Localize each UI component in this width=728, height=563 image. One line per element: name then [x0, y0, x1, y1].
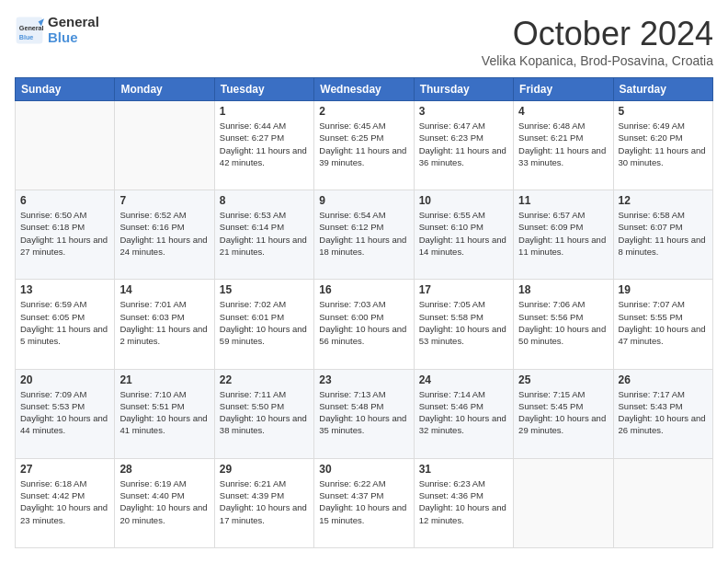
calendar-week-1: 6Sunrise: 6:50 AMSunset: 6:18 PMDaylight… [16, 190, 713, 280]
day-number: 12 [619, 194, 708, 207]
day-number: 3 [419, 105, 508, 118]
day-info: Sunrise: 7:17 AMSunset: 5:43 PMDaylight:… [619, 388, 708, 437]
day-info: Sunrise: 6:53 AMSunset: 6:14 PMDaylight:… [220, 209, 309, 258]
day-info: Sunrise: 7:05 AMSunset: 5:58 PMDaylight:… [419, 298, 508, 347]
calendar-cell: 18Sunrise: 7:06 AMSunset: 5:56 PMDayligh… [514, 280, 613, 369]
day-info: Sunrise: 6:50 AMSunset: 6:18 PMDaylight:… [20, 209, 109, 258]
day-info: Sunrise: 6:47 AMSunset: 6:23 PMDaylight:… [419, 120, 508, 168]
day-number: 19 [619, 283, 708, 296]
day-info: Sunrise: 7:07 AMSunset: 5:55 PMDaylight:… [619, 298, 708, 347]
calendar-cell: 17Sunrise: 7:05 AMSunset: 5:58 PMDayligh… [414, 280, 513, 369]
calendar-cell: 13Sunrise: 6:59 AMSunset: 6:05 PMDayligh… [16, 280, 115, 369]
day-info: Sunrise: 6:18 AMSunset: 4:42 PMDaylight:… [20, 477, 109, 526]
day-number: 9 [319, 194, 408, 207]
day-info: Sunrise: 6:52 AMSunset: 6:16 PMDaylight:… [119, 209, 209, 258]
calendar-cell: 15Sunrise: 7:02 AMSunset: 6:01 PMDayligh… [214, 280, 313, 369]
day-number: 17 [419, 283, 508, 296]
calendar-cell: 16Sunrise: 7:03 AMSunset: 6:00 PMDayligh… [314, 280, 414, 369]
day-info: Sunrise: 7:13 AMSunset: 5:48 PMDaylight:… [319, 388, 408, 437]
header-sunday: Sunday [16, 78, 115, 101]
day-number: 24 [419, 373, 508, 386]
day-number: 21 [119, 373, 209, 386]
day-info: Sunrise: 7:06 AMSunset: 5:56 PMDaylight:… [518, 298, 608, 347]
title-section: October 2024 Velika Kopanica, Brod-Posav… [482, 15, 713, 68]
day-info: Sunrise: 6:23 AMSunset: 4:36 PMDaylight:… [419, 477, 508, 526]
calendar-cell [514, 458, 613, 547]
header-friday: Friday [514, 78, 613, 101]
day-info: Sunrise: 7:02 AMSunset: 6:01 PMDaylight:… [220, 298, 309, 347]
calendar-cell: 24Sunrise: 7:14 AMSunset: 5:46 PMDayligh… [414, 369, 513, 458]
calendar-cell: 9Sunrise: 6:54 AMSunset: 6:12 PMDaylight… [314, 190, 414, 280]
calendar-cell: 8Sunrise: 6:53 AMSunset: 6:14 PMDaylight… [214, 190, 313, 280]
day-info: Sunrise: 7:15 AMSunset: 5:45 PMDaylight:… [518, 388, 608, 437]
calendar-cell: 21Sunrise: 7:10 AMSunset: 5:51 PMDayligh… [115, 369, 214, 458]
day-number: 11 [518, 194, 608, 207]
day-number: 16 [319, 283, 408, 296]
calendar-cell [613, 458, 712, 547]
day-number: 25 [518, 373, 608, 386]
calendar-cell: 6Sunrise: 6:50 AMSunset: 6:18 PMDaylight… [16, 190, 115, 280]
day-number: 22 [220, 373, 309, 386]
calendar-cell: 14Sunrise: 7:01 AMSunset: 6:03 PMDayligh… [115, 280, 214, 369]
page: General Blue General Blue October 2024 V… [0, 0, 728, 563]
header-tuesday: Tuesday [214, 78, 313, 101]
day-info: Sunrise: 7:14 AMSunset: 5:46 PMDaylight:… [419, 388, 508, 437]
header-monday: Monday [115, 78, 214, 101]
day-info: Sunrise: 7:09 AMSunset: 5:53 PMDaylight:… [20, 388, 109, 437]
calendar-cell: 26Sunrise: 7:17 AMSunset: 5:43 PMDayligh… [613, 369, 712, 458]
day-number: 8 [220, 194, 309, 207]
svg-text:General: General [19, 24, 44, 32]
calendar-cell: 30Sunrise: 6:22 AMSunset: 4:37 PMDayligh… [314, 458, 414, 547]
day-info: Sunrise: 6:19 AMSunset: 4:40 PMDaylight:… [119, 477, 209, 526]
day-number: 1 [220, 105, 309, 118]
day-number: 13 [20, 283, 109, 296]
day-number: 10 [419, 194, 508, 207]
day-info: Sunrise: 6:55 AMSunset: 6:10 PMDaylight:… [419, 209, 508, 258]
calendar-cell: 11Sunrise: 6:57 AMSunset: 6:09 PMDayligh… [514, 190, 613, 280]
day-number: 30 [319, 463, 408, 476]
day-number: 5 [619, 105, 708, 118]
calendar-cell: 2Sunrise: 6:45 AMSunset: 6:25 PMDaylight… [314, 101, 414, 190]
day-info: Sunrise: 7:11 AMSunset: 5:50 PMDaylight:… [220, 388, 309, 437]
calendar-cell: 23Sunrise: 7:13 AMSunset: 5:48 PMDayligh… [314, 369, 414, 458]
calendar-week-0: 1Sunrise: 6:44 AMSunset: 6:27 PMDaylight… [16, 101, 713, 190]
day-info: Sunrise: 6:45 AMSunset: 6:25 PMDaylight:… [319, 120, 408, 168]
month-title: October 2024 [482, 15, 713, 53]
calendar-cell [16, 101, 115, 190]
day-number: 27 [20, 463, 109, 476]
header: General Blue General Blue October 2024 V… [15, 15, 713, 68]
day-number: 29 [220, 463, 309, 476]
day-number: 4 [518, 105, 608, 118]
header-saturday: Saturday [613, 78, 712, 101]
day-info: Sunrise: 6:22 AMSunset: 4:37 PMDaylight:… [319, 477, 408, 526]
calendar-cell: 22Sunrise: 7:11 AMSunset: 5:50 PMDayligh… [214, 369, 313, 458]
location: Velika Kopanica, Brod-Posavina, Croatia [482, 53, 713, 68]
calendar-cell: 20Sunrise: 7:09 AMSunset: 5:53 PMDayligh… [16, 369, 115, 458]
day-number: 20 [20, 373, 109, 386]
header-thursday: Thursday [414, 78, 513, 101]
calendar-cell: 31Sunrise: 6:23 AMSunset: 4:36 PMDayligh… [414, 458, 513, 547]
day-number: 6 [20, 194, 109, 207]
calendar-cell: 1Sunrise: 6:44 AMSunset: 6:27 PMDaylight… [214, 101, 313, 190]
calendar-table: Sunday Monday Tuesday Wednesday Thursday… [15, 77, 713, 548]
calendar-week-4: 27Sunrise: 6:18 AMSunset: 4:42 PMDayligh… [16, 458, 713, 547]
calendar-week-3: 20Sunrise: 7:09 AMSunset: 5:53 PMDayligh… [16, 369, 713, 458]
day-number: 23 [319, 373, 408, 386]
calendar-cell: 3Sunrise: 6:47 AMSunset: 6:23 PMDaylight… [414, 101, 513, 190]
day-info: Sunrise: 6:49 AMSunset: 6:20 PMDaylight:… [619, 120, 708, 168]
day-number: 14 [119, 283, 209, 296]
svg-text:Blue: Blue [19, 32, 34, 40]
calendar-cell: 29Sunrise: 6:21 AMSunset: 4:39 PMDayligh… [214, 458, 313, 547]
logo: General Blue General Blue [15, 15, 99, 45]
calendar-week-2: 13Sunrise: 6:59 AMSunset: 6:05 PMDayligh… [16, 280, 713, 369]
calendar-cell: 7Sunrise: 6:52 AMSunset: 6:16 PMDaylight… [115, 190, 214, 280]
day-number: 2 [319, 105, 408, 118]
calendar-cell: 5Sunrise: 6:49 AMSunset: 6:20 PMDaylight… [613, 101, 712, 190]
day-number: 7 [119, 194, 209, 207]
day-info: Sunrise: 6:44 AMSunset: 6:27 PMDaylight:… [220, 120, 309, 168]
day-info: Sunrise: 6:21 AMSunset: 4:39 PMDaylight:… [220, 477, 309, 526]
day-info: Sunrise: 6:59 AMSunset: 6:05 PMDaylight:… [20, 298, 109, 347]
day-number: 18 [518, 283, 608, 296]
logo-blue: Blue [48, 30, 99, 46]
logo-icon: General Blue [15, 16, 44, 45]
